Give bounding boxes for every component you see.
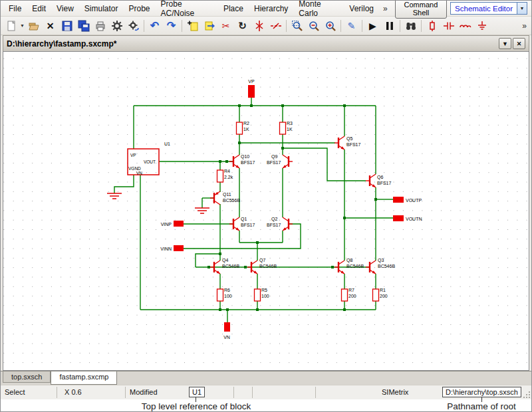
menu-simulator[interactable]: Simulator (79, 2, 124, 15)
status-modified: Modified (130, 388, 158, 396)
u1-pin-vn: VN (136, 171, 142, 175)
tab-top-sxsch[interactable]: top.sxsch (3, 371, 51, 383)
options-gear-icon[interactable] (108, 18, 125, 34)
new-dropdown-caret-icon[interactable]: ▼ (19, 23, 25, 28)
r1-val: 200 (380, 294, 388, 298)
q2-ref: Q2 (271, 217, 277, 222)
q7-val: BC546B (259, 264, 277, 268)
undo-button[interactable]: ↶ (146, 18, 163, 34)
q3-ref: Q3 (378, 258, 384, 263)
toolbar: ▼ ✕ ↶ ↷ ✂ ↻ ✎ ▶ » (1, 17, 531, 35)
document-tab-bar: top.sxsch fastamp.sxcmp (1, 371, 531, 385)
copy-to-page-button[interactable] (184, 18, 201, 34)
wire-delete-icon[interactable] (251, 18, 267, 34)
save-button[interactable] (59, 18, 75, 34)
status-zoom: X 0.6 (65, 388, 82, 396)
status-separator (125, 387, 126, 398)
menu-hierarchy[interactable]: Hierarchy (249, 2, 293, 15)
status-separator (315, 387, 316, 398)
terminal-vp-label: VP (248, 79, 255, 84)
u1-pin-vout: VOUT (144, 159, 156, 164)
open-button[interactable] (25, 18, 42, 34)
schematic-canvas[interactable]: U1 VP VOUT VGND VN Q10 BFS17 Q9 BFS17 Q5… (3, 51, 529, 371)
menu-verilog[interactable]: Verilog (344, 2, 379, 15)
menu-edit[interactable]: Edit (27, 2, 51, 15)
zoom-in-button[interactable] (322, 18, 338, 34)
save-all-button[interactable] (75, 18, 92, 34)
terminal-voutn-label: VOUTN (406, 217, 422, 221)
place-ground-button[interactable] (473, 18, 490, 34)
toolbar-separator (362, 20, 362, 32)
r3-val: 1K (287, 127, 293, 132)
u1-pin-vp: VP (130, 153, 136, 157)
zoom-out-button[interactable] (305, 18, 322, 34)
q11-ref: Q11 (223, 192, 231, 197)
place-resistor-button[interactable] (424, 18, 440, 34)
u1-ref-label: U1 (164, 142, 170, 146)
status-separator (252, 387, 253, 398)
q1-val: BFS17 (241, 223, 255, 227)
r3-ref: R3 (287, 121, 293, 126)
q9-ref: Q9 (271, 154, 277, 159)
menu-view[interactable]: View (51, 2, 79, 15)
print-button[interactable] (92, 18, 108, 34)
find-binoculars-icon[interactable] (402, 18, 419, 34)
toolbar-separator (182, 20, 182, 32)
status-product: SIMetrix (382, 388, 408, 396)
r2-val: 1K (243, 127, 249, 132)
menu-file[interactable]: File (3, 2, 27, 15)
terminal-vinn-label: VINN (160, 247, 172, 251)
q4-ref: Q4 (222, 258, 228, 263)
document-title: D:\hierarchy\fastamp.sxcmp* (7, 39, 116, 49)
q4-val: BC546B (222, 264, 239, 268)
wire-cross-icon[interactable] (267, 18, 284, 34)
export-page-button[interactable] (201, 18, 217, 34)
status-root-path-box: D:\hierarchy\top.sxsch (442, 387, 521, 397)
annotate-pencil-icon[interactable]: ✎ (343, 18, 360, 34)
q1-ref: Q1 (241, 217, 247, 222)
status-separator (233, 387, 234, 398)
menu-probe-ac-noise[interactable]: Probe AC/Noise (156, 0, 218, 20)
toolbar-separator (144, 20, 144, 32)
close-button[interactable]: ✕ (42, 18, 59, 34)
annotation-root-path: Pathname of root (447, 401, 516, 411)
q5-val: BFS17 (346, 142, 361, 147)
redo-button[interactable]: ↷ (163, 18, 180, 34)
r1-ref: R1 (380, 288, 386, 292)
place-inductor-button[interactable] (457, 18, 473, 34)
toolbar-overflow-chevron-icon[interactable]: » (519, 21, 529, 31)
document-title-bar: D:\hierarchy\fastamp.sxcmp* ▼ ✕ (3, 35, 529, 51)
annotation-connector-line (196, 397, 196, 402)
q3-val: BC546B (378, 264, 395, 268)
place-capacitor-button[interactable] (440, 18, 457, 34)
close-document-icon[interactable]: ✕ (513, 38, 525, 49)
q6-val: BFS17 (377, 181, 392, 185)
status-bar: Select X 0.6 Modified U1 SIMetrix D:\hie… (1, 385, 531, 399)
command-shell-button[interactable]: Command Shell (395, 0, 447, 19)
annotation-strip: Top level reference of block Pathname of… (1, 399, 531, 412)
r4-val: 2.2k (224, 175, 233, 179)
q5-ref: Q5 (346, 136, 352, 142)
q10-val: BFS17 (241, 160, 255, 165)
menu-monte-carlo[interactable]: Monte Carlo (293, 0, 344, 20)
status-mode: Select (5, 388, 25, 396)
resize-grip[interactable] (522, 390, 530, 398)
toolbar-separator (340, 20, 341, 32)
menu-place[interactable]: Place (218, 2, 249, 15)
refresh-options-gear-icon[interactable] (125, 18, 142, 34)
run-button[interactable]: ▶ (364, 18, 381, 34)
terminal-voutp-label: VOUTP (406, 198, 422, 203)
editor-mode-label: Schematic Editor (451, 5, 517, 13)
new-schematic-button[interactable] (3, 18, 19, 34)
tab-fastamp-sxcmp[interactable]: fastamp.sxcmp (51, 371, 117, 385)
menu-overflow-chevron-icon[interactable]: » (379, 4, 392, 13)
q8-ref: Q8 (346, 258, 352, 263)
redraw-button[interactable]: ↻ (234, 18, 251, 34)
restore-down-icon[interactable]: ▼ (499, 38, 511, 49)
editor-mode-select[interactable]: Schematic Editor ▼ (450, 2, 527, 15)
cut-scissors-icon[interactable]: ✂ (217, 18, 234, 34)
zoom-area-button[interactable] (289, 18, 305, 34)
menu-probe[interactable]: Probe (124, 2, 156, 15)
pause-button[interactable] (381, 18, 398, 34)
chevron-down-icon[interactable]: ▼ (517, 3, 527, 14)
